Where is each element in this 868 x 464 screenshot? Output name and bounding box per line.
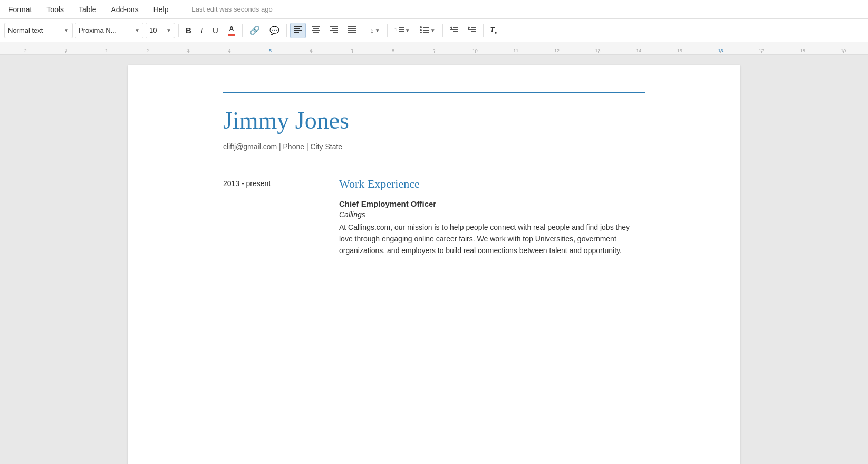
- job-date: 2013 - present: [223, 179, 323, 188]
- ruler: -2 -1 1 2 3 4 5 6 7 8 9 10 11 12 13 14 1…: [0, 42, 868, 55]
- justify-button[interactable]: [344, 23, 360, 38]
- ruler-mark: 13: [577, 48, 619, 53]
- paragraph-style-dropdown[interactable]: Normal text ▼: [4, 23, 73, 38]
- toolbar: Normal text ▼ Proxima N... ▼ 10 ▼ B I U …: [0, 19, 868, 42]
- ruler-mark: -1: [45, 48, 86, 53]
- ruler-mark: 7: [332, 48, 373, 53]
- svg-rect-23: [423, 27, 429, 28]
- bulleted-list-icon: [420, 26, 429, 35]
- svg-rect-25: [423, 32, 429, 33]
- ruler-mark: 11: [496, 48, 537, 53]
- svg-rect-28: [450, 29, 458, 30]
- font-chevron: ▼: [134, 27, 140, 33]
- svg-rect-32: [468, 29, 476, 30]
- svg-rect-31: [471, 27, 476, 28]
- page[interactable]: Jimmy Jones cliftj@gmail.com | Phone | C…: [128, 65, 740, 464]
- align-left-button[interactable]: [290, 23, 306, 38]
- ruler-mark: 10: [455, 48, 496, 53]
- svg-point-22: [420, 32, 422, 33]
- line-spacing-icon: ↕: [370, 26, 374, 35]
- svg-rect-7: [313, 32, 319, 33]
- numbered-list-icon: 1.: [394, 26, 404, 35]
- increase-indent-button[interactable]: [464, 23, 480, 38]
- underline-button[interactable]: U: [209, 23, 222, 38]
- ruler-mark: 4: [209, 48, 250, 53]
- resume-contact[interactable]: cliftj@gmail.com | Phone | City State: [223, 142, 645, 151]
- job-entry: Chief Employment Officer Callings At Cal…: [339, 199, 645, 256]
- align-right-icon: [330, 26, 338, 35]
- ruler-mark: 12: [536, 48, 577, 53]
- job-company[interactable]: Callings: [339, 210, 645, 219]
- ruler-mark: 3: [168, 48, 209, 53]
- align-right-button[interactable]: [326, 23, 342, 38]
- ruler-mark: 14: [618, 48, 659, 53]
- svg-rect-27: [453, 27, 458, 28]
- svg-rect-19: [399, 31, 404, 32]
- clear-format-button[interactable]: Tx: [487, 23, 501, 38]
- line-spacing-chevron: ▼: [375, 27, 380, 33]
- italic-button[interactable]: I: [197, 23, 207, 38]
- svg-rect-8: [330, 26, 338, 27]
- resume-body: 2013 - present Work Experience Chief Emp…: [223, 177, 645, 256]
- svg-rect-24: [423, 30, 429, 31]
- menu-help[interactable]: Help: [151, 4, 171, 15]
- svg-rect-11: [333, 32, 338, 33]
- bulleted-list-chevron: ▼: [430, 27, 436, 33]
- font-size-dropdown[interactable]: 10 ▼: [146, 23, 175, 38]
- align-center-button[interactable]: [308, 23, 324, 38]
- svg-rect-18: [399, 29, 404, 30]
- ruler-mark: 17: [741, 48, 782, 53]
- font-dropdown[interactable]: Proxima N... ▼: [75, 23, 143, 38]
- svg-rect-17: [399, 27, 404, 28]
- justify-icon: [348, 26, 356, 35]
- paragraph-style-chevron: ▼: [64, 27, 69, 33]
- align-center-icon: [312, 26, 320, 35]
- link-button[interactable]: 🔗: [246, 23, 264, 38]
- svg-rect-29: [453, 31, 458, 32]
- decrease-indent-icon: [450, 26, 458, 35]
- separator-2: [242, 24, 243, 37]
- ruler-mark: 16: [700, 48, 741, 53]
- menu-table[interactable]: Table: [76, 4, 98, 15]
- svg-rect-15: [348, 32, 356, 33]
- svg-rect-14: [348, 30, 356, 31]
- separator-4: [363, 24, 363, 37]
- numbered-list-button[interactable]: 1. ▼: [391, 23, 414, 38]
- separator-5: [387, 24, 388, 37]
- bold-button[interactable]: B: [182, 23, 195, 38]
- edit-status: Last edit was seconds ago: [191, 5, 272, 13]
- decrease-indent-button[interactable]: [446, 23, 462, 38]
- svg-rect-0: [294, 26, 302, 27]
- resume-left-col: 2013 - present: [223, 177, 339, 256]
- paragraph-style-label: Normal text: [8, 26, 43, 34]
- comment-button[interactable]: 💬: [266, 23, 283, 38]
- font-size-chevron: ▼: [166, 27, 171, 33]
- svg-rect-4: [312, 26, 320, 27]
- font-size-label: 10: [149, 26, 157, 34]
- menu-tools[interactable]: Tools: [44, 4, 66, 15]
- menu-format[interactable]: Format: [6, 4, 34, 15]
- ruler-mark: -2: [4, 48, 45, 53]
- ruler-mark: 2: [127, 48, 168, 53]
- numbered-list-chevron: ▼: [405, 27, 410, 33]
- svg-rect-12: [348, 26, 356, 27]
- font-label: Proxima N...: [79, 26, 117, 34]
- svg-rect-5: [313, 28, 319, 29]
- svg-rect-9: [332, 28, 338, 29]
- svg-rect-6: [312, 30, 320, 31]
- job-description[interactable]: At Callings.com, our mission is to help …: [339, 222, 645, 256]
- clear-format-icon: Tx: [490, 26, 497, 35]
- separator-6: [442, 24, 443, 37]
- svg-rect-13: [348, 28, 356, 29]
- bulleted-list-button[interactable]: ▼: [416, 23, 439, 38]
- text-color-button[interactable]: A: [224, 23, 239, 38]
- menu-addons[interactable]: Add-ons: [109, 4, 141, 15]
- job-title[interactable]: Chief Employment Officer: [339, 199, 645, 208]
- ruler-mark: 19: [823, 48, 864, 53]
- resume-name[interactable]: Jimmy Jones: [223, 106, 645, 135]
- document-area: Jimmy Jones cliftj@gmail.com | Phone | C…: [0, 55, 868, 464]
- separator-3: [286, 24, 287, 37]
- svg-rect-1: [294, 28, 300, 29]
- work-experience-heading: Work Experience: [339, 177, 645, 191]
- line-spacing-button[interactable]: ↕ ▼: [367, 23, 384, 38]
